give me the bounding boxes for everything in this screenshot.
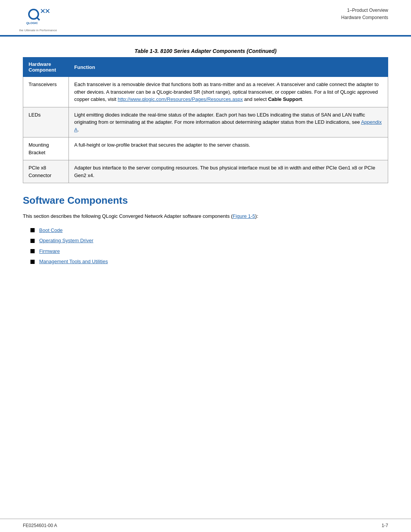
function-leds: Light emitting diodes indicate the real-… [69, 107, 388, 137]
qlogic-logo: QLOGIC [25, 7, 51, 28]
list-item: Boot Code [30, 227, 388, 234]
software-bullet-list: Boot Code Operating System Driver Firmwa… [30, 227, 388, 265]
page-header: QLOGIC the Ultimate in Performance 1–Pro… [0, 0, 411, 32]
component-name-mounting: MountingBracket [23, 137, 69, 160]
footer-doc-number: FE0254601-00 A [23, 523, 57, 528]
logo-tagline: the Ultimate in Performance [19, 29, 57, 32]
page-footer: FE0254601-00 A 1-7 [0, 519, 411, 532]
table-row: LEDs Light emitting diodes indicate the … [23, 107, 388, 137]
list-item: Operating System Driver [30, 237, 388, 244]
component-name-transceivers: Transceivers [23, 77, 69, 107]
os-driver-link[interactable]: Operating System Driver [39, 237, 93, 244]
bullet-icon [30, 228, 35, 232]
boot-code-link[interactable]: Boot Code [39, 227, 62, 234]
bullet-icon [30, 260, 35, 264]
col-hardware-header: Hardware Component [23, 58, 69, 77]
page-container: QLOGIC the Ultimate in Performance 1–Pro… [0, 0, 411, 532]
software-section-intro: This section describes the following QLo… [23, 212, 388, 220]
table-row: PCIe x8Connector Adapter bus interface t… [23, 160, 388, 183]
appendix-a-link[interactable]: Appendix A [74, 119, 382, 133]
component-name-leds: LEDs [23, 107, 69, 137]
firmware-link[interactable]: Firmware [39, 248, 60, 255]
management-tools-link[interactable]: Management Tools and Utilities [39, 258, 108, 265]
svg-text:QLOGIC: QLOGIC [26, 21, 38, 25]
main-content: Table 1-3. 8100 Series Adapter Component… [0, 37, 411, 519]
bullet-icon [30, 239, 35, 243]
col-function-header: Function [69, 58, 388, 77]
component-name-pcie: PCIe x8Connector [23, 160, 69, 183]
function-transceivers: Each transceiver is a removable device t… [69, 77, 388, 107]
logo-box: QLOGIC the Ultimate in Performance [15, 7, 61, 32]
table-title: Table 1-3. 8100 Series Adapter Component… [23, 48, 388, 54]
list-item: Management Tools and Utilities [30, 258, 388, 265]
nav-line1: 1–Product Overview [341, 7, 388, 14]
function-pcie: Adapter bus interface to the server comp… [69, 160, 388, 183]
bullet-icon [30, 249, 35, 253]
list-item: Firmware [30, 248, 388, 255]
function-mounting: A full-height or low-profile bracket tha… [69, 137, 388, 160]
logo-area: QLOGIC the Ultimate in Performance [15, 7, 61, 32]
table-row: MountingBracket A full-height or low-pro… [23, 137, 388, 160]
svg-line-1 [37, 17, 40, 20]
components-table: Hardware Component Function Transceivers… [23, 57, 388, 183]
figure-link[interactable]: Figure 1-5 [233, 213, 255, 219]
table-row: Transceivers Each transceiver is a remov… [23, 77, 388, 107]
transceivers-link[interactable]: http://www.qlogic.com/Resources/Pages/Re… [118, 96, 243, 102]
footer-page-number: 1-7 [382, 523, 388, 528]
nav-line2: Hardware Components [341, 14, 388, 21]
software-components-heading: Software Components [23, 195, 388, 206]
header-nav: 1–Product Overview Hardware Components [341, 7, 388, 21]
